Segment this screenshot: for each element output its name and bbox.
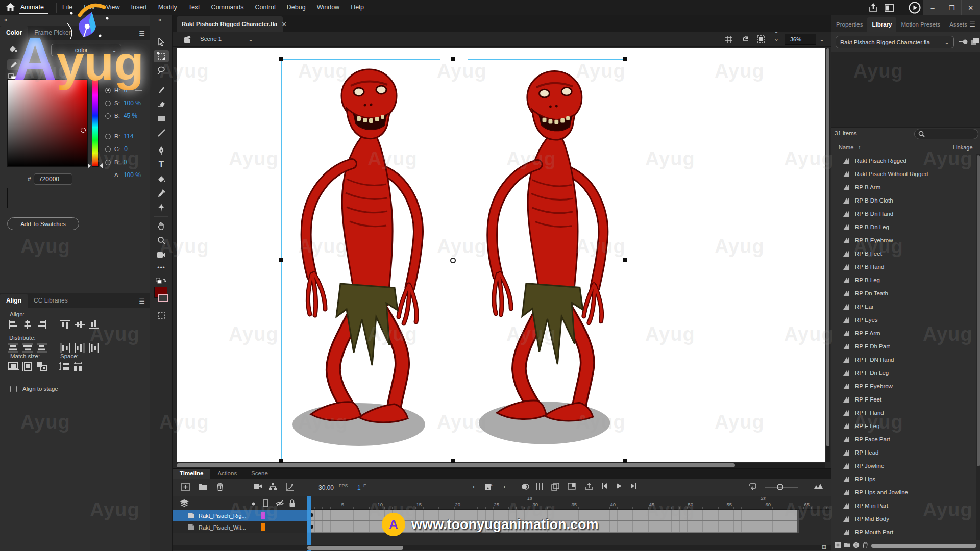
library-item-row[interactable]: RP Dn Teath <box>831 287 976 300</box>
fill-color-bucket-icon[interactable] <box>8 45 18 54</box>
new-library-panel-icon[interactable] <box>970 37 979 46</box>
library-search-input[interactable] <box>914 129 978 139</box>
distribute-horizontal-center-button[interactable] <box>74 343 86 353</box>
document-tab-close-icon[interactable]: ✕ <box>281 20 287 28</box>
s-value[interactable]: 100 % <box>124 99 141 107</box>
color-gradient-square[interactable] <box>7 79 88 167</box>
a-value[interactable]: 100 % <box>124 171 141 179</box>
frame-row-layer-1[interactable] <box>307 510 799 521</box>
rectangle-tool[interactable] <box>154 112 169 124</box>
new-folder-icon[interactable] <box>198 483 207 490</box>
column-name[interactable]: Name <box>839 144 853 151</box>
onion-skin-icon[interactable] <box>521 483 529 491</box>
align-vertical-center-button[interactable] <box>74 319 86 330</box>
menu-item[interactable]: Commands <box>211 4 244 11</box>
align-right-edge-button[interactable] <box>36 319 48 330</box>
layer-color-swatch[interactable] <box>261 512 265 519</box>
insert-keyframe-icon[interactable]: A <box>485 483 493 491</box>
hand-tool[interactable] <box>154 220 169 232</box>
library-item-row[interactable]: RP Mid Body <box>831 512 976 525</box>
selection-handle-mid-left[interactable] <box>279 258 283 262</box>
space-horizontally-button[interactable] <box>72 361 85 371</box>
distribute-right-button[interactable] <box>88 343 100 353</box>
clip-content-icon[interactable] <box>757 35 765 43</box>
selection-tool[interactable] <box>154 36 169 48</box>
fps-value[interactable]: 30.00 <box>318 484 334 491</box>
align-horizontal-center-button[interactable] <box>21 319 34 330</box>
stage-vscroll-thumb[interactable] <box>826 48 829 446</box>
column-linkage[interactable]: Linkage <box>953 144 973 151</box>
edit-multiple-frames-icon[interactable] <box>551 483 559 491</box>
loop-icon[interactable] <box>748 483 756 490</box>
align-bottom-edge-button[interactable] <box>88 319 100 330</box>
library-item-row[interactable]: RP F DN Hand <box>831 353 976 366</box>
library-item-row[interactable]: RP B Dn Hand <box>831 207 976 220</box>
library-document-dropdown[interactable]: Rakt Pishach Rigged Character.fla ⌄ <box>836 36 954 48</box>
frame-span-icon[interactable] <box>568 483 576 490</box>
library-item-row[interactable]: RP F Dh Part <box>831 340 976 353</box>
scene-name[interactable]: Scene 1 <box>200 36 222 42</box>
tab-motion-presets[interactable]: Motion Presets <box>896 17 945 32</box>
menu-item[interactable]: Debug <box>287 4 306 11</box>
timeline-layer-row-2[interactable]: Rakt_Pisach_Wit... <box>173 521 307 533</box>
column-divider[interactable] <box>948 141 948 155</box>
distribute-vertical-center-button[interactable] <box>21 343 34 353</box>
library-item-row[interactable]: RP Lips and Jowline <box>831 486 976 499</box>
stroke-color-swatch[interactable] <box>158 294 168 302</box>
lasso-tool[interactable] <box>154 64 169 77</box>
menu-item[interactable]: View <box>106 4 120 11</box>
more-tools-button[interactable]: ••• <box>154 262 169 274</box>
align-panel-menu-icon[interactable]: ☰ <box>139 297 145 305</box>
free-transform-tool[interactable] <box>154 50 169 62</box>
library-item-row[interactable]: RP Jowline <box>831 459 976 472</box>
library-item-row[interactable]: RP B Feet <box>831 247 976 260</box>
menu-item[interactable]: Text <box>188 4 200 11</box>
collapse-left-dock-icon[interactable]: « <box>4 16 8 23</box>
color-gradient-marker[interactable] <box>81 128 86 133</box>
distribute-left-button[interactable] <box>59 343 71 353</box>
library-item-row[interactable]: RP F Arm <box>831 327 976 340</box>
minimize-button[interactable]: – <box>923 0 942 15</box>
zoom-chevron-down-icon[interactable]: ⌄ <box>819 36 824 43</box>
b-value[interactable]: 45 % <box>124 112 137 119</box>
layer-color-swatch[interactable] <box>261 523 265 531</box>
library-item-row[interactable]: RP B Dh Cloth <box>831 194 976 207</box>
frame-row-layer-2[interactable] <box>307 521 799 533</box>
close-button[interactable]: ✕ <box>961 0 980 15</box>
zoom-stepper-icons[interactable]: ⌃⌄ <box>774 32 779 41</box>
g-radio[interactable] <box>105 146 111 152</box>
text-tool[interactable]: T <box>154 159 169 171</box>
tab-actions[interactable]: Actions <box>210 469 244 479</box>
menu-item[interactable]: Insert <box>131 4 147 11</box>
menu-item[interactable]: Window <box>317 4 339 11</box>
h-radio[interactable] <box>105 88 111 93</box>
r-value[interactable]: 114 <box>124 133 134 140</box>
paint-bucket-tool[interactable] <box>154 173 169 185</box>
space-vertically-button[interactable] <box>58 361 70 371</box>
match-width-and-height-button[interactable] <box>36 361 48 371</box>
lock-layers-icon[interactable] <box>289 499 296 507</box>
document-tab[interactable]: Rakt Pishach Rigged Character.fla ✕ <box>177 16 283 32</box>
timeline-ruler[interactable]: 1s 2s 5101520253035404550556065 <box>307 496 831 510</box>
hue-arrow-left-icon[interactable] <box>88 163 91 168</box>
tab-frame-picker[interactable]: Frame Picker <box>28 26 77 40</box>
play-icon[interactable] <box>616 483 622 489</box>
stage-horizontal-scrollbar[interactable] <box>177 463 825 468</box>
test-movie-button[interactable] <box>909 2 921 14</box>
library-item-row[interactable]: RP F Dn Leg <box>831 366 976 380</box>
eraser-tool[interactable] <box>154 98 169 110</box>
onion-skin-outlines-icon[interactable] <box>536 483 543 491</box>
match-height-button[interactable] <box>21 361 34 371</box>
graph-editor-icon[interactable] <box>286 483 295 491</box>
stroke-color-pencil-icon[interactable] <box>7 59 20 70</box>
highlight-layers-dot-icon[interactable] <box>252 502 255 506</box>
sort-ascending-icon[interactable]: ↑ <box>858 144 861 150</box>
hue-strip[interactable] <box>92 79 99 167</box>
stage-canvas[interactable] <box>177 48 825 462</box>
timeline-layer-row-1[interactable]: Rakt_Pisach_Rig... <box>173 510 307 521</box>
selection-handle-top-center[interactable] <box>451 57 455 61</box>
selection-handle-top-left[interactable] <box>279 57 283 61</box>
previous-keyframe-icon[interactable]: ‹ <box>473 483 475 490</box>
next-keyframe-icon[interactable]: › <box>503 483 505 490</box>
library-item-row[interactable]: RP Head <box>831 446 976 459</box>
